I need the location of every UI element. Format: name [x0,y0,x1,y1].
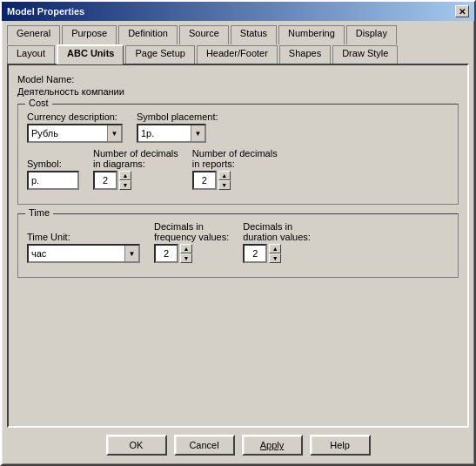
tabs-row2: Layout ABC Units Page Setup Header/Foote… [7,44,469,64]
decimals-reports-spinner: ▲ ▼ [192,171,278,190]
tab-source[interactable]: Source [179,25,229,44]
tab-page-setup[interactable]: Page Setup [125,45,195,64]
decimals-diagrams-up-btn[interactable]: ▲ [119,171,131,180]
decimals-reports-down-btn[interactable]: ▼ [218,180,231,190]
decimals-diagrams-down-btn[interactable]: ▼ [119,180,131,190]
tab-purpose[interactable]: Purpose [62,25,117,44]
time-unit-label: Time Unit: [27,232,140,242]
time-group-title: Time [25,207,53,218]
decimals-diagrams-spinner: ▲ ▼ [93,171,178,190]
model-name-value: Деятельность компании [17,86,459,97]
decimals-dur-field-group: Decimals in duration values: ▲ ▼ [243,221,311,263]
decimals-diagrams-spinner-btns: ▲ ▼ [119,171,131,190]
decimals-dur-down-btn[interactable]: ▼ [269,253,281,263]
time-unit-field-group: Time Unit: час ▼ [27,232,140,263]
tab-header-footer[interactable]: Header/Footer [197,45,278,64]
tab-panel: Model Name: Деятельность компании Cost C… [7,64,469,428]
tab-abc-units[interactable]: ABC Units [57,44,124,64]
tabs-row1: General Purpose Definition Source Status… [7,24,469,44]
decimals-freq-spinner-btns: ▲ ▼ [180,244,192,263]
ok-button[interactable]: OK [106,435,167,456]
symbol-placement-field-group: Symbol placement: 1р. ▼ [137,111,218,143]
window-content: General Purpose Definition Source Status… [2,21,474,464]
time-group: Time Time Unit: час ▼ Decimals in freque… [17,213,459,278]
apply-button[interactable]: Apply [242,435,303,456]
decimals-freq-up-btn[interactable]: ▲ [180,244,192,253]
decimals-dur-up-btn[interactable]: ▲ [269,244,281,253]
decimals-diagrams-field-group: Number of decimals in diagrams: ▲ ▼ [93,148,178,190]
tab-display[interactable]: Display [346,25,397,44]
currency-label: Currency description: [27,111,123,122]
symbol-placement-label: Symbol placement: [137,111,218,122]
symbol-placement-select[interactable]: 1р. ▼ [137,124,206,143]
time-unit-select[interactable]: час ▼ [27,244,140,263]
decimals-freq-field-group: Decimals in frequency values: ▲ ▼ [154,221,229,263]
window-title: Model Properties [7,6,84,17]
decimals-reports-up-btn[interactable]: ▲ [218,171,231,180]
decimals-reports-field-group: Number of decimals in reports: ▲ ▼ [192,148,278,190]
symbol-input[interactable] [27,171,79,190]
model-name-label: Model Name: [17,74,459,84]
tab-draw-style[interactable]: Draw Style [332,45,398,64]
close-button[interactable]: ✕ [455,5,469,17]
currency-dropdown-btn[interactable]: ▼ [107,125,121,141]
tab-layout[interactable]: Layout [7,45,55,64]
cost-group-title: Cost [25,98,52,108]
time-unit-dropdown-btn[interactable]: ▼ [124,246,138,261]
decimals-dur-input[interactable] [243,244,267,263]
decimals-reports-label: Number of decimals in reports: [192,148,278,169]
decimals-freq-label: Decimals in frequency values: [154,221,229,242]
bottom-buttons: OK Cancel Apply Help [7,428,469,459]
decimals-diagrams-input[interactable] [93,171,117,190]
help-button[interactable]: Help [310,435,371,456]
tab-status[interactable]: Status [231,25,277,44]
decimals-dur-label: Decimals in duration values: [243,221,311,242]
decimals-freq-spinner: ▲ ▼ [154,244,229,263]
decimals-dur-spinner-btns: ▲ ▼ [269,244,281,263]
symbol-label: Symbol: [27,159,79,169]
tab-numbering[interactable]: Numbering [278,25,345,44]
title-bar: Model Properties ✕ [2,2,474,21]
currency-value: Рубль [29,128,107,138]
time-row1: Time Unit: час ▼ Decimals in frequency v… [27,221,449,263]
decimals-dur-spinner: ▲ ▼ [243,244,311,263]
tab-general[interactable]: General [7,25,60,44]
tab-shapes[interactable]: Shapes [279,45,331,64]
symbol-field-group: Symbol: [27,159,79,190]
decimals-diagrams-label: Number of decimals in diagrams: [93,148,178,169]
decimals-reports-spinner-btns: ▲ ▼ [218,171,231,190]
decimals-reports-input[interactable] [192,171,217,190]
cost-row2: Symbol: Number of decimals in diagrams: … [27,148,449,190]
cost-group: Cost Currency description: Рубль ▼ Symbo… [17,104,459,205]
tab-definition[interactable]: Definition [118,25,178,44]
time-unit-value: час [29,248,124,259]
cancel-button[interactable]: Cancel [174,435,235,456]
currency-select[interactable]: Рубль ▼ [27,124,123,143]
cost-row1: Currency description: Рубль ▼ Symbol pla… [27,111,449,143]
currency-field-group: Currency description: Рубль ▼ [27,111,123,143]
symbol-placement-dropdown-btn[interactable]: ▼ [191,125,204,141]
decimals-freq-input[interactable] [154,244,178,263]
symbol-placement-value: 1р. [138,128,191,138]
decimals-freq-down-btn[interactable]: ▼ [180,253,192,263]
model-properties-window: Model Properties ✕ General Purpose Defin… [0,0,476,466]
